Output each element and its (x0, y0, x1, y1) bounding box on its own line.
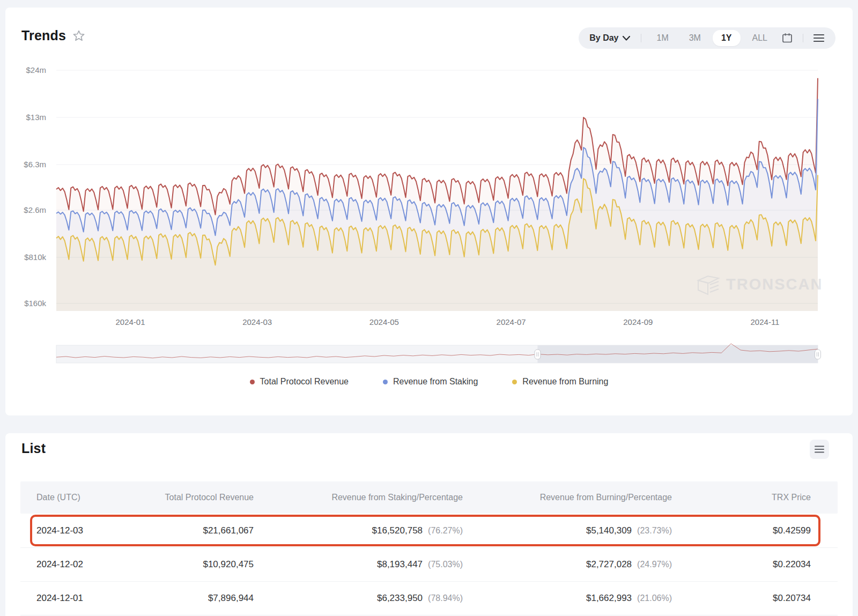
trends-title: Trends (21, 28, 66, 43)
table-cell: $0.20734 (672, 593, 811, 604)
hamburger-icon (813, 34, 824, 42)
table-cell: 2024-12-01 (36, 593, 138, 604)
trends-panel: Trends By Day 1M3M1YALL (5, 8, 853, 415)
table-header-cell: Date (UTC) (36, 493, 138, 502)
calendar-icon (781, 32, 793, 44)
legend-item[interactable]: Revenue from Staking (383, 377, 478, 387)
table-header-cell: Revenue from Staking/Percentage (254, 493, 463, 502)
range-button-1m[interactable]: 1M (648, 30, 677, 46)
table-header-cell: Total Protocol Revenue (138, 493, 254, 502)
range-button-3m[interactable]: 3M (681, 30, 709, 46)
table-header-row: Date (UTC)Total Protocol RevenueRevenue … (20, 481, 838, 514)
table-cell: $21,661,067 (138, 525, 254, 536)
legend-dot (512, 380, 517, 384)
favorite-star-icon[interactable] (72, 29, 85, 42)
table-row[interactable]: 2024-12-03$21,661,067$16,520,758(76.27%)… (20, 514, 838, 547)
table-cell: $0.22034 (672, 559, 811, 570)
chart-legend: Total Protocol RevenueRevenue from Staki… (5, 377, 853, 387)
legend-dot (250, 380, 255, 384)
x-axis-label: 2024-03 (242, 317, 272, 326)
legend-item[interactable]: Revenue from Burning (512, 377, 608, 387)
table-cell: $16,520,758(76.27%) (254, 525, 463, 536)
range-button-all[interactable]: ALL (744, 30, 776, 46)
table-cell: $10,920,475 (138, 559, 254, 570)
legend-label: Revenue from Staking (393, 377, 478, 387)
table-cell: $2,727,028(24.97%) (463, 559, 672, 570)
table-cell: $8,193,447(75.03%) (254, 559, 463, 570)
table-cell: $7,896,944 (138, 593, 254, 604)
x-axis-label: 2024-07 (497, 317, 526, 326)
navigator-handle[interactable] (815, 350, 821, 359)
table-cell: 2024-12-03 (36, 525, 138, 536)
y-axis-label: $160k (8, 299, 46, 308)
by-day-label: By Day (589, 33, 618, 43)
row-divider (20, 615, 838, 615)
list-panel: List Date (UTC)Total Protocol RevenueRev… (5, 433, 853, 616)
chart-menu-button[interactable] (810, 29, 828, 47)
table-row[interactable]: 2024-12-02$10,920,475$8,193,447(75.03%)$… (20, 547, 838, 581)
y-axis-label: $24m (8, 65, 46, 75)
y-axis-label: $810k (8, 253, 46, 262)
legend-item[interactable]: Total Protocol Revenue (250, 377, 349, 387)
x-axis-label: 2024-09 (623, 317, 653, 326)
list-menu-button[interactable] (810, 440, 829, 459)
table-cell: $6,233,950(78.94%) (254, 593, 463, 604)
legend-label: Total Protocol Revenue (260, 377, 349, 387)
y-axis-label: $13m (8, 113, 46, 122)
table-header-cell: Revenue from Burning/Percentage (463, 493, 672, 502)
calendar-button[interactable] (778, 29, 796, 47)
table-cell: 2024-12-02 (36, 559, 138, 570)
navigator-handle[interactable] (535, 350, 541, 359)
by-day-dropdown[interactable]: By Day (589, 33, 634, 43)
legend-dot (383, 380, 388, 384)
toolbar-divider (803, 34, 803, 42)
legend-label: Revenue from Burning (522, 377, 608, 387)
table-cell: $5,140,309(23.73%) (463, 525, 672, 536)
x-axis-label: 2024-01 (115, 317, 145, 326)
table-header-cell: TRX Price (672, 493, 811, 502)
x-axis-label: 2024-11 (751, 317, 780, 326)
table-row[interactable]: 2024-12-01$7,896,944$6,233,950(78.94%)$1… (20, 581, 838, 615)
y-axis-label: $2.6m (8, 205, 46, 214)
range-button-1y[interactable]: 1Y (713, 30, 741, 46)
trends-chart[interactable] (5, 8, 853, 415)
hamburger-icon (815, 446, 824, 453)
x-axis-label: 2024-05 (369, 317, 399, 326)
y-axis-label: $6.3m (8, 160, 46, 169)
chevron-down-icon (623, 36, 630, 41)
chart-toolbar: By Day 1M3M1YALL (579, 27, 835, 49)
list-title: List (21, 441, 46, 456)
table-cell: $1,662,993(21.06%) (463, 593, 672, 604)
toolbar-divider (641, 34, 641, 42)
table-cell: $0.42599 (672, 525, 811, 536)
